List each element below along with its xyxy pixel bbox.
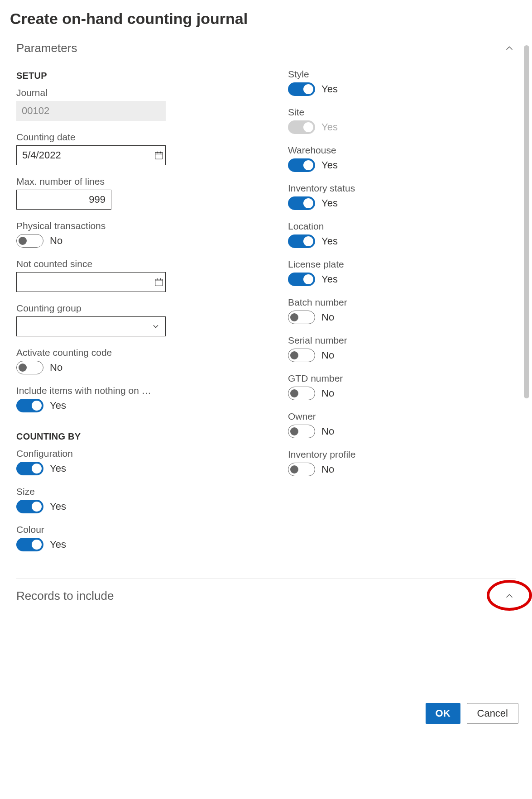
records-section-title: Records to include	[16, 589, 114, 603]
not-counted-since-value[interactable]	[17, 273, 152, 292]
calendar-icon[interactable]	[152, 273, 165, 292]
include-zero-label: Include items with nothing on …	[16, 385, 197, 396]
owner-value: No	[321, 426, 334, 437]
journal-input: 00102	[16, 101, 166, 121]
configuration-label: Configuration	[16, 448, 206, 459]
parameters-collapse-icon[interactable]	[503, 42, 516, 55]
owner-label: Owner	[288, 411, 478, 422]
counting-date-value[interactable]	[17, 146, 152, 165]
inventory-status-toggle[interactable]	[288, 196, 315, 210]
configuration-value: Yes	[50, 463, 66, 474]
colour-toggle[interactable]	[16, 538, 43, 551]
colour-value: Yes	[50, 539, 66, 550]
calendar-icon[interactable]	[152, 146, 165, 165]
batch-number-label: Batch number	[288, 297, 478, 308]
configuration-toggle[interactable]	[16, 462, 43, 475]
inventory-profile-value: No	[321, 464, 334, 475]
records-collapse-icon[interactable]	[503, 590, 516, 603]
warehouse-label: Warehouse	[288, 145, 478, 156]
records-section-header[interactable]: Records to include	[16, 579, 516, 613]
physical-transactions-label: Physical transactions	[16, 220, 206, 231]
size-label: Size	[16, 486, 206, 497]
location-label: Location	[288, 221, 478, 232]
cancel-button[interactable]: Cancel	[467, 703, 518, 724]
activate-counting-code-toggle[interactable]	[16, 361, 43, 374]
include-zero-toggle[interactable]	[16, 399, 43, 412]
warehouse-toggle[interactable]	[288, 158, 315, 172]
license-plate-label: License plate	[288, 259, 478, 270]
physical-transactions-value: No	[50, 235, 62, 247]
ok-button[interactable]: OK	[426, 703, 460, 724]
gtd-number-label: GTD number	[288, 373, 478, 384]
inventory-status-value: Yes	[321, 197, 338, 209]
license-plate-toggle[interactable]	[288, 273, 315, 286]
counting-group-select[interactable]	[16, 316, 166, 336]
include-zero-value: Yes	[50, 400, 66, 411]
inventory-status-label: Inventory status	[288, 183, 478, 194]
gtd-number-value: No	[321, 388, 334, 399]
inventory-profile-label: Inventory profile	[288, 449, 478, 460]
max-lines-label: Max. number of lines	[16, 176, 206, 187]
not-counted-since-input[interactable]	[16, 272, 166, 292]
location-toggle[interactable]	[288, 234, 315, 248]
scrollbar[interactable]	[524, 45, 529, 398]
site-value: Yes	[321, 121, 338, 133]
max-lines-input[interactable]	[16, 190, 111, 210]
batch-number-toggle[interactable]	[288, 311, 315, 324]
size-toggle[interactable]	[16, 500, 43, 513]
parameters-section-title: Parameters	[16, 41, 77, 55]
svg-rect-0	[155, 153, 163, 159]
inventory-profile-toggle[interactable]	[288, 463, 315, 476]
size-value: Yes	[50, 501, 66, 512]
counting-date-label: Counting date	[16, 132, 206, 143]
parameters-section-header[interactable]: Parameters	[14, 31, 518, 63]
not-counted-since-label: Not counted since	[16, 258, 206, 269]
counting-group-label: Counting group	[16, 303, 206, 314]
gtd-number-toggle[interactable]	[288, 387, 315, 400]
site-label: Site	[288, 107, 478, 118]
colour-label: Colour	[16, 524, 206, 535]
page-title: Create on-hand counting journal	[0, 0, 532, 31]
chevron-down-icon[interactable]	[146, 317, 165, 336]
activate-counting-code-value: No	[50, 362, 62, 373]
batch-number-value: No	[321, 311, 334, 323]
physical-transactions-toggle[interactable]	[16, 234, 43, 248]
setup-heading: SETUP	[16, 71, 206, 81]
style-label: Style	[288, 69, 478, 80]
serial-number-label: Serial number	[288, 335, 478, 346]
license-plate-value: Yes	[321, 273, 338, 285]
style-value: Yes	[321, 83, 338, 95]
svg-rect-4	[155, 279, 163, 286]
style-toggle[interactable]	[288, 82, 315, 96]
activate-counting-code-label: Activate counting code	[16, 347, 206, 358]
max-lines-value[interactable]	[17, 190, 111, 209]
owner-toggle[interactable]	[288, 425, 315, 438]
journal-label: Journal	[16, 87, 206, 98]
site-toggle	[288, 120, 315, 134]
counting-by-heading: COUNTING BY	[16, 431, 206, 442]
warehouse-value: Yes	[321, 159, 338, 171]
serial-number-toggle[interactable]	[288, 349, 315, 362]
location-value: Yes	[321, 235, 338, 247]
serial-number-value: No	[321, 349, 334, 361]
counting-date-input[interactable]	[16, 145, 166, 165]
